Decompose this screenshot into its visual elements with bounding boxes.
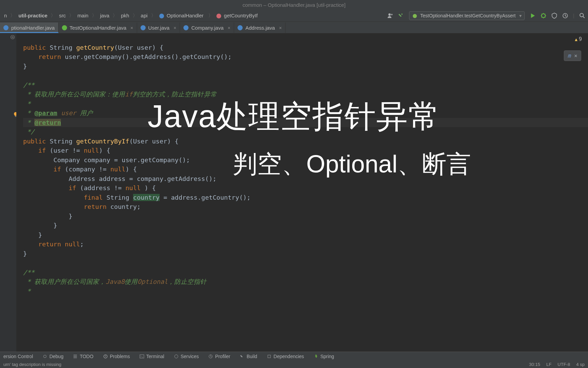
tab-label: User.java: [148, 25, 170, 31]
run-config-selector[interactable]: TestOptionalHandler.testGetCountryByAsse…: [409, 11, 525, 20]
chevron-icon: 〉: [150, 13, 157, 19]
debug-tab[interactable]: Debug: [43, 354, 63, 359]
svg-point-4: [11, 35, 15, 39]
breadcrumb-item[interactable]: pkh: [119, 13, 130, 18]
floating-widget[interactable]: m ×: [564, 50, 581, 61]
close-icon[interactable]: ×: [174, 25, 176, 31]
line-separator[interactable]: LF: [546, 362, 551, 367]
debug-icon[interactable]: [540, 13, 546, 19]
chevron-icon: 〉: [131, 13, 139, 19]
run-config-label: TestOptionalHandler.testGetCountryByAsse…: [420, 13, 516, 18]
breadcrumb-method[interactable]: getCountryByIf: [215, 13, 260, 18]
chevron-icon: 〉: [9, 13, 16, 19]
svg-rect-12: [268, 355, 271, 358]
breadcrumb-item[interactable]: n: [3, 13, 8, 18]
gutter[interactable]: [0, 33, 16, 356]
svg-point-7: [44, 355, 46, 358]
svg-point-3: [580, 13, 583, 17]
status-bar: urn' tag description is missing 30:15 LF…: [0, 361, 588, 368]
encoding[interactable]: UTF-8: [558, 362, 570, 367]
todo-tab[interactable]: TODO: [73, 354, 93, 359]
status-message: urn' tag description is missing: [3, 362, 61, 367]
tab-user[interactable]: User.java ×: [137, 22, 180, 33]
tab-test-optional-handler[interactable]: TestOptionalHandler.java ×: [59, 22, 137, 33]
tab-label: ptionalHandler.java: [11, 25, 55, 31]
window-title: common – OptionalHandler.java [util-prac…: [243, 2, 346, 8]
breadcrumb[interactable]: n〉 util-practice〉 src〉 main〉 java〉 pkh〉 …: [3, 13, 387, 19]
class-icon: [3, 25, 9, 30]
debug-icon: [43, 354, 47, 359]
keyword: public: [23, 44, 46, 51]
tab-address[interactable]: Address.java ×: [234, 22, 285, 33]
hammer-icon: [240, 354, 245, 359]
toolbar-right: TestOptionalHandler.testGetCountryByAsse…: [387, 11, 585, 20]
breadcrumb-item[interactable]: util-practice: [17, 13, 49, 18]
dependencies-tab[interactable]: Dependencies: [267, 354, 304, 359]
tab-label: Company.java: [191, 25, 224, 31]
svg-point-10: [175, 355, 178, 358]
editor-tabs: ptionalHandler.java TestOptionalHandler.…: [0, 22, 588, 33]
terminal-icon: [140, 354, 144, 359]
list-icon: [73, 354, 78, 359]
run-icon[interactable]: [529, 13, 536, 19]
editor-area: public String getCountry(User user) { re…: [0, 33, 588, 356]
close-icon[interactable]: ×: [574, 52, 577, 59]
method-icon: [216, 14, 221, 18]
inspection-summary[interactable]: 9: [575, 36, 582, 42]
class-icon: [141, 25, 146, 30]
svg-rect-9: [140, 355, 144, 358]
problems-icon: [103, 354, 108, 359]
services-tab[interactable]: Services: [174, 354, 199, 359]
tab-label: Address.java: [245, 25, 275, 31]
code-editor[interactable]: public String getCountry(User user) { re…: [16, 33, 588, 356]
class-icon: [62, 25, 67, 30]
indent[interactable]: 4 sp: [576, 362, 585, 367]
tab-company[interactable]: Company.java ×: [180, 22, 234, 33]
breadcrumb-item[interactable]: main: [76, 13, 90, 18]
terminal-tab[interactable]: Terminal: [140, 354, 164, 359]
hammer-icon[interactable]: [398, 13, 404, 19]
at-icon[interactable]: [10, 35, 15, 40]
warning-icon: [575, 36, 577, 42]
spring-tab[interactable]: Spring: [313, 354, 334, 359]
problems-tab[interactable]: Problems: [103, 354, 130, 359]
close-icon[interactable]: ×: [279, 25, 282, 31]
class-icon: [238, 25, 243, 30]
chevron-icon: 〉: [207, 13, 214, 19]
breadcrumb-item[interactable]: java: [99, 13, 111, 18]
svg-point-5: [12, 36, 13, 38]
chevron-icon: 〉: [68, 13, 75, 19]
breadcrumb-class[interactable]: OptionalHandler: [158, 13, 206, 18]
class-icon: [183, 25, 189, 30]
spring-icon: [313, 354, 318, 359]
tab-optional-handler[interactable]: ptionalHandler.java: [0, 22, 59, 33]
caret-position[interactable]: 30:15: [529, 362, 540, 367]
user-icon[interactable]: [387, 13, 393, 19]
deps-icon: [267, 354, 272, 359]
chevron-icon: 〉: [111, 13, 119, 19]
profiler-tab[interactable]: Profiler: [208, 354, 230, 359]
close-icon[interactable]: ×: [228, 25, 230, 31]
warning-count: 9: [579, 36, 582, 42]
breadcrumb-item[interactable]: src: [58, 13, 67, 18]
tool-window-bar: ersion Control Debug TODO Problems Termi…: [0, 352, 588, 361]
svg-point-0: [389, 13, 391, 16]
window-title-bar: common – OptionalHandler.java [util-prac…: [0, 0, 588, 10]
profiler-icon[interactable]: [562, 13, 568, 19]
build-tab[interactable]: Build: [240, 354, 257, 359]
services-icon: [174, 354, 179, 359]
widget-label: m: [568, 52, 571, 59]
chevron-icon: 〉: [49, 13, 57, 19]
tab-label: TestOptionalHandler.java: [70, 25, 127, 31]
toolbar: n〉 util-practice〉 src〉 main〉 java〉 pkh〉 …: [0, 10, 588, 22]
chevron-icon: 〉: [91, 13, 98, 19]
version-control-tab[interactable]: ersion Control: [3, 354, 33, 359]
close-icon[interactable]: ×: [130, 25, 133, 31]
coverage-icon[interactable]: [551, 13, 557, 19]
breadcrumb-item[interactable]: api: [140, 13, 149, 18]
class-icon: [159, 14, 164, 18]
profiler-icon: [208, 354, 213, 359]
search-icon[interactable]: [579, 13, 585, 19]
